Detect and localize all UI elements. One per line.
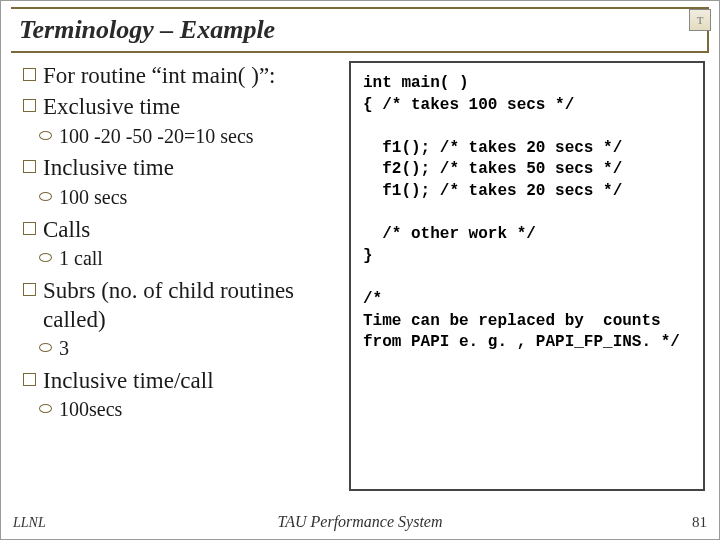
item-label: For routine “int main( )”: <box>43 63 276 88</box>
sub-label: 3 <box>59 337 69 359</box>
code-line: } <box>363 247 373 265</box>
sub-label: 100 -20 -50 -20=10 secs <box>59 125 254 147</box>
item-label: Inclusive time/call <box>43 368 214 393</box>
item-label: Calls <box>43 217 90 242</box>
sub-label: 1 call <box>59 247 103 269</box>
sub-item: 3 <box>23 336 349 362</box>
code-line: from PAPI e. g. , PAPI_FP_INS. */ <box>363 333 680 351</box>
oval-bullet-icon <box>39 192 52 201</box>
list-item: Exclusive time <box>23 92 349 121</box>
code-line: f1(); /* takes 20 secs */ <box>363 182 622 200</box>
oval-bullet-icon <box>39 131 52 140</box>
code-line: int main( ) <box>363 74 469 92</box>
code-block: int main( ) { /* takes 100 secs */ f1();… <box>349 61 705 491</box>
square-bullet-icon <box>23 283 36 296</box>
oval-bullet-icon <box>39 343 52 352</box>
list-item: Calls <box>23 215 349 244</box>
code-line: Time can be replaced by counts <box>363 312 661 330</box>
sub-item: 100 -20 -50 -20=10 secs <box>23 124 349 150</box>
list-item: Inclusive time/call <box>23 366 349 395</box>
item-label: Subrs (no. of child routines called) <box>43 278 294 332</box>
code-line: /* other work */ <box>363 225 536 243</box>
sub-label: 100secs <box>59 398 122 420</box>
oval-bullet-icon <box>39 253 52 262</box>
sub-item: 100secs <box>23 397 349 423</box>
square-bullet-icon <box>23 160 36 173</box>
page-number: 81 <box>692 514 707 531</box>
code-panel: int main( ) { /* takes 100 secs */ f1();… <box>349 61 705 491</box>
square-bullet-icon <box>23 68 36 81</box>
item-label: Exclusive time <box>43 94 180 119</box>
square-bullet-icon <box>23 222 36 235</box>
slide-header: Terminology – Example <box>11 7 709 53</box>
oval-bullet-icon <box>39 404 52 413</box>
code-line: f2(); /* takes 50 secs */ <box>363 160 622 178</box>
code-line: /* <box>363 290 382 308</box>
bullet-list: For routine “int main( )”: Exclusive tim… <box>11 61 349 491</box>
list-item: Subrs (no. of child routines called) <box>23 276 349 335</box>
slide-footer: LLNL TAU Performance System 81 <box>1 513 719 531</box>
item-label: Inclusive time <box>43 155 174 180</box>
logo-badge: T <box>689 9 711 31</box>
slide-title: Terminology – Example <box>19 15 275 44</box>
square-bullet-icon <box>23 373 36 386</box>
slide-body: For routine “int main( )”: Exclusive tim… <box>1 53 719 491</box>
footer-center: TAU Performance System <box>1 513 719 531</box>
footer-left: LLNL <box>13 515 46 531</box>
code-line: f1(); /* takes 20 secs */ <box>363 139 622 157</box>
square-bullet-icon <box>23 99 36 112</box>
code-line: { /* takes 100 secs */ <box>363 96 574 114</box>
sub-item: 1 call <box>23 246 349 272</box>
list-item: For routine “int main( )”: <box>23 61 349 90</box>
sub-label: 100 secs <box>59 186 127 208</box>
sub-item: 100 secs <box>23 185 349 211</box>
list-item: Inclusive time <box>23 153 349 182</box>
